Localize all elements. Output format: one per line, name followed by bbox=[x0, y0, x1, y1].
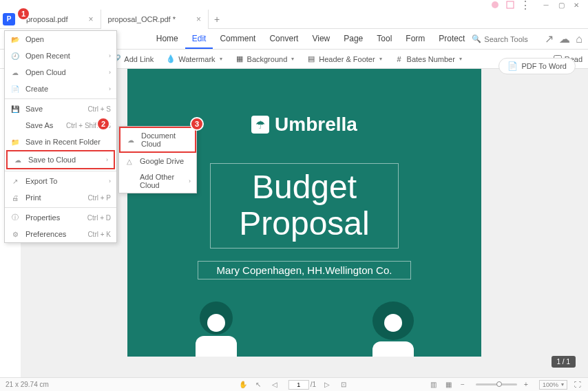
submenu-google-drive[interactable]: △Google Drive bbox=[119, 153, 196, 169]
file-icon: 📄 bbox=[10, 84, 20, 94]
next-page-icon[interactable]: ▷ bbox=[324, 381, 333, 389]
chevron-down-icon: ▾ bbox=[561, 381, 564, 388]
tab-convert[interactable]: Convert bbox=[262, 30, 305, 49]
tab-label: proposal.pdf bbox=[26, 15, 68, 23]
share-icon[interactable] bbox=[505, 0, 515, 10]
kebab-icon[interactable]: ⋮ bbox=[521, 0, 530, 10]
tab-page[interactable]: Page bbox=[337, 30, 370, 49]
cloud-icon: ☁ bbox=[126, 135, 136, 145]
title-box: Budget Proposal bbox=[210, 163, 399, 249]
view-mode-icon[interactable]: ▥ bbox=[430, 381, 439, 389]
fullscreen-icon[interactable]: ⛶ bbox=[574, 381, 582, 389]
chevron-down-icon: ▾ bbox=[379, 56, 382, 62]
menu-save-to-cloud[interactable]: ☁Save to Cloud› bbox=[6, 150, 115, 169]
header-footer-icon: ▤ bbox=[306, 54, 316, 64]
info-icon: ⓘ bbox=[10, 213, 20, 222]
background-icon: ▦ bbox=[235, 54, 244, 64]
pdf-icon: 📄 bbox=[507, 61, 518, 71]
page-input[interactable] bbox=[288, 380, 309, 390]
cloud-icon: ☁ bbox=[10, 67, 20, 77]
chevron-down-icon: ▾ bbox=[220, 56, 222, 62]
ribbon-watermark[interactable]: 💧Watermark▾ bbox=[166, 54, 222, 64]
callout-2: 2 bbox=[96, 117, 110, 131]
statusbar: 21 x 29.74 cm ✋ ↖ ◁ /1 ▷ ⊡ ▥ ▦ − + 100%▾… bbox=[0, 377, 588, 391]
layout-icon[interactable]: ▦ bbox=[445, 381, 454, 389]
app-icon: P bbox=[3, 13, 15, 25]
tab-tool[interactable]: Tool bbox=[370, 30, 399, 49]
zoom-slider[interactable] bbox=[476, 383, 517, 385]
menu-print[interactable]: 🖨PrintCtrl + P bbox=[5, 189, 116, 206]
page-input-group: /1 bbox=[288, 380, 316, 390]
cursor-icon[interactable]: ↖ bbox=[255, 381, 264, 389]
menu-create[interactable]: 📄Create› bbox=[5, 81, 116, 97]
submenu-add-other-cloud[interactable]: Add Other Cloud› bbox=[119, 169, 196, 193]
tab-proposal-ocr[interactable]: proposal_OCR.pdf * × bbox=[101, 10, 209, 29]
search-input[interactable] bbox=[484, 35, 539, 43]
menu-properties[interactable]: ⓘPropertiesCtrl + D bbox=[5, 209, 116, 226]
user-icon[interactable] bbox=[490, 0, 500, 10]
zoom-level[interactable]: 100%▾ bbox=[539, 380, 567, 390]
pdf-to-word-button[interactable]: 📄 PDF To Word bbox=[498, 58, 576, 74]
svg-rect-1 bbox=[507, 1, 514, 8]
minimize-button[interactable]: ─ bbox=[538, 0, 554, 10]
tab-comment[interactable]: Comment bbox=[213, 30, 262, 49]
menu-save-recent-folder[interactable]: 📁Save in Recent Folder bbox=[5, 134, 116, 150]
menu-export-to[interactable]: ↗Export To› bbox=[5, 173, 116, 189]
umbrella-icon: ☂ bbox=[251, 116, 269, 134]
page-badge: 1 / 1 bbox=[552, 356, 576, 368]
illustration bbox=[127, 295, 481, 357]
title-line2: Proposal bbox=[211, 206, 398, 242]
folder-icon: 📁 bbox=[10, 137, 20, 147]
menu-open-cloud[interactable]: ☁Open Cloud› bbox=[5, 64, 116, 81]
clock-icon: 🕘 bbox=[10, 51, 20, 61]
maximize-button[interactable]: ▢ bbox=[554, 0, 569, 10]
menu-tabs: Home Edit Comment Convert View Page Tool… bbox=[149, 30, 472, 49]
fit-icon[interactable]: ⊡ bbox=[341, 381, 349, 389]
tab-edit[interactable]: Edit bbox=[185, 30, 213, 49]
close-icon[interactable]: × bbox=[89, 14, 94, 24]
menu-preferences[interactable]: ⚙PreferencesCtrl + K bbox=[5, 226, 116, 242]
drive-icon: △ bbox=[125, 156, 134, 166]
menu-open-recent[interactable]: 🕘Open Recent› bbox=[5, 47, 116, 64]
cloud-icon[interactable]: ☁ bbox=[559, 34, 570, 45]
chevron-down-icon: ▾ bbox=[291, 56, 294, 62]
prev-page-icon[interactable]: ◁ bbox=[272, 381, 280, 389]
new-tab-button[interactable]: + bbox=[209, 14, 225, 25]
ribbon-add-link[interactable]: 🔗Add Link bbox=[112, 54, 154, 64]
zoom-in-icon[interactable]: + bbox=[524, 381, 532, 389]
person-right bbox=[359, 302, 428, 357]
tab-label: proposal_OCR.pdf * bbox=[108, 15, 176, 23]
tab-form[interactable]: Form bbox=[399, 30, 432, 49]
watermark-icon: 💧 bbox=[166, 54, 176, 64]
chevron-right-icon: › bbox=[109, 69, 111, 76]
save-to-cloud-submenu: ☁Document Cloud △Google Drive Add Other … bbox=[118, 126, 197, 193]
menu-save[interactable]: 💾SaveCtrl + S bbox=[5, 101, 116, 117]
export-icon: ↗ bbox=[10, 176, 20, 186]
menu-open[interactable]: 📂Open bbox=[5, 31, 116, 47]
tab-protect[interactable]: Protect bbox=[432, 30, 472, 49]
file-menu: 📂Open 🕘Open Recent› ☁Open Cloud› 📄Create… bbox=[4, 30, 117, 243]
tab-home[interactable]: Home bbox=[149, 30, 185, 49]
author-box: Mary Copenhagen, HH.Wellington Co. bbox=[198, 261, 411, 279]
titlebar: ⋮ ─ ▢ ✕ bbox=[0, 0, 588, 10]
ribbon-bates-number[interactable]: #Bates Number▾ bbox=[395, 54, 462, 64]
hand-icon[interactable]: ✋ bbox=[239, 381, 247, 389]
gear-icon: ⚙ bbox=[10, 229, 20, 239]
page-dimensions: 21 x 29.74 cm bbox=[6, 381, 49, 388]
ribbon-header-footer[interactable]: ▤Header & Footer▾ bbox=[306, 54, 381, 64]
ribbon-background[interactable]: ▦Background▾ bbox=[235, 54, 295, 64]
logo-text: Umbrella bbox=[275, 114, 357, 136]
tab-proposal[interactable]: proposal.pdf × bbox=[19, 10, 101, 29]
external-icon[interactable]: ↗ bbox=[545, 34, 554, 45]
tab-view[interactable]: View bbox=[305, 30, 337, 49]
chevron-right-icon: › bbox=[189, 178, 191, 184]
home-icon[interactable]: ⌂ bbox=[576, 34, 582, 45]
bates-icon: # bbox=[395, 54, 404, 64]
zoom-thumb[interactable] bbox=[496, 381, 502, 387]
search-tools[interactable]: 🔍 bbox=[472, 34, 539, 43]
close-icon[interactable]: × bbox=[196, 14, 201, 24]
submenu-document-cloud[interactable]: ☁Document Cloud bbox=[119, 127, 196, 153]
chevron-right-icon: › bbox=[106, 156, 108, 163]
zoom-out-icon[interactable]: − bbox=[461, 381, 469, 389]
close-button[interactable]: ✕ bbox=[569, 0, 584, 10]
